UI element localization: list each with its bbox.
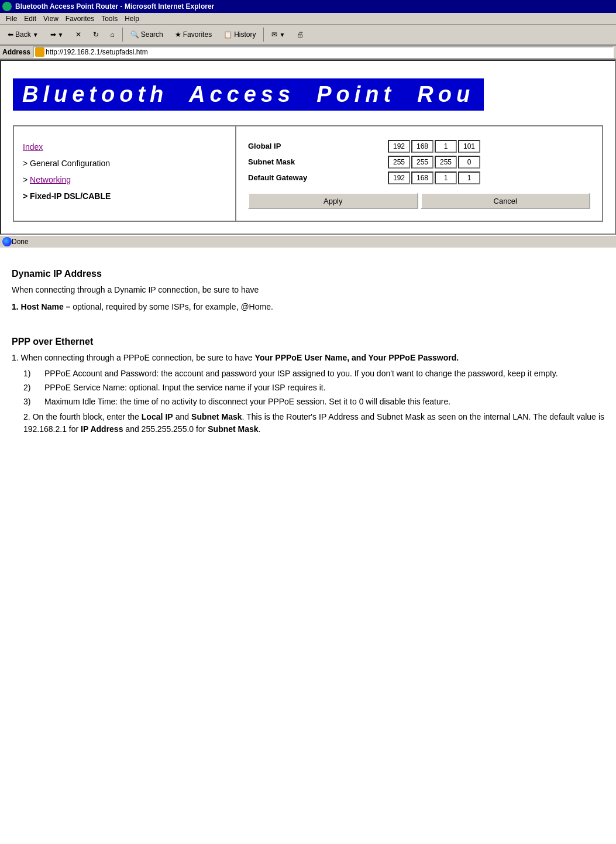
default-gw-2[interactable] xyxy=(411,171,433,184)
title-text: Bluetooth Access Point Router - Microsof… xyxy=(15,2,214,11)
pppoe-item2: 2) PPPoE Service Name: optional. Input t… xyxy=(23,383,604,392)
print-button[interactable]: 🖨 xyxy=(291,26,309,43)
browser-viewport: Bluetooth Access Point Rou Index > Gener… xyxy=(0,60,616,235)
mail-dropdown-icon[interactable]: ▼ xyxy=(279,32,285,38)
nav-networking[interactable]: > Networking xyxy=(23,175,226,184)
home-icon: ⌂ xyxy=(111,30,115,39)
subnet-mask-fields xyxy=(388,154,590,170)
config-table: Global IP Subnet Mask xyxy=(248,138,590,209)
nav-index[interactable]: Index xyxy=(23,142,226,152)
default-gw-3[interactable] xyxy=(435,171,457,184)
menu-bar: File Edit View Favorites Tools Help xyxy=(0,13,616,25)
address-input-container[interactable]: http://192.168.2.1/setupfadsl.htm xyxy=(33,46,614,58)
cancel-button[interactable]: Cancel xyxy=(421,193,591,209)
section2-item2-end: . xyxy=(259,424,261,434)
left-panel: Index > General Configuration > Networki… xyxy=(14,126,236,221)
section2-para1-bold: Your PPPoE User Name, and Your PPPoE Pas… xyxy=(255,353,459,362)
section2-para1-prefix: 1. When connecting through a PPPoE conne… xyxy=(12,353,255,362)
item2-num: 2) xyxy=(23,383,37,392)
app-icon xyxy=(2,2,12,11)
status-ie-icon xyxy=(2,237,12,246)
forward-dropdown-icon[interactable]: ▼ xyxy=(58,32,64,38)
search-icon: 🔍 xyxy=(130,30,139,39)
global-ip-4[interactable] xyxy=(458,140,480,153)
back-icon: ⬅ xyxy=(8,30,13,39)
section1-item1-text: optional, required by some ISPs, for exa… xyxy=(73,302,273,311)
subnet-mask-1[interactable] xyxy=(388,156,410,169)
address-bar: Address http://192.168.2.1/setupfadsl.ht… xyxy=(0,46,616,60)
section1-title: Dynamic IP Address xyxy=(12,269,604,279)
section2-item2-bold4: Subnet Mask xyxy=(208,424,258,434)
menu-edit[interactable]: Edit xyxy=(20,13,40,24)
right-panel: Global IP Subnet Mask xyxy=(236,126,602,221)
menu-favorites[interactable]: Favorites xyxy=(62,13,98,24)
section2-item2-bold3: IP Address xyxy=(81,424,123,434)
address-url: http://192.168.2.1/setupfadsl.htm xyxy=(46,48,148,56)
favorites-button[interactable]: ★ Favorites xyxy=(170,26,217,43)
back-button[interactable]: ⬅ Back ▼ xyxy=(2,26,44,43)
page-icon xyxy=(35,47,44,57)
stop-button[interactable]: ✕ xyxy=(70,26,87,43)
back-dropdown-icon[interactable]: ▼ xyxy=(33,32,39,38)
global-ip-3[interactable] xyxy=(435,140,457,153)
default-gw-1[interactable] xyxy=(388,171,410,184)
section2-item2-bold2: Subnet Mask xyxy=(191,412,242,421)
subnet-mask-label: Subnet Mask xyxy=(248,154,388,170)
global-ip-label: Global IP xyxy=(248,138,388,154)
item3-num: 3) xyxy=(23,397,37,406)
document-content: Dynamic IP Address When connecting throu… xyxy=(0,248,616,452)
default-gw-4[interactable] xyxy=(458,171,480,184)
nav-general-config: > General Configuration xyxy=(23,159,226,168)
section2-item2-bold1: Local IP xyxy=(142,412,173,421)
favorites-icon: ★ xyxy=(175,30,181,39)
mail-button[interactable]: ✉ ▼ xyxy=(266,26,290,43)
subnet-mask-2[interactable] xyxy=(411,156,433,169)
global-ip-2[interactable] xyxy=(411,140,433,153)
item3-text: Maximum Idle Time: the time of no activi… xyxy=(44,397,450,406)
section2-item2-prefix: 2. On the fourth block, enter the xyxy=(23,412,142,421)
section1-item1: 1. Host Name – optional, required by som… xyxy=(12,301,604,313)
button-row: Apply Cancel xyxy=(248,186,590,209)
item2-text: PPPoE Service Name: optional. Input the … xyxy=(44,383,326,392)
section2-item2-mid: and xyxy=(173,412,191,421)
global-ip-fields xyxy=(388,138,590,154)
stop-icon: ✕ xyxy=(75,30,81,39)
pppoe-item1: 1) PPPoE Account and Password: the accou… xyxy=(23,369,604,378)
site-header-text: Bluetooth Access Point Rou xyxy=(13,82,484,107)
subnet-mask-4[interactable] xyxy=(458,156,480,169)
menu-tools[interactable]: Tools xyxy=(98,13,121,24)
index-link[interactable]: Index xyxy=(23,142,43,152)
section1-item1-bold: 1. Host Name – xyxy=(12,302,70,311)
home-button[interactable]: ⌂ xyxy=(105,26,120,43)
refresh-button[interactable]: ↻ xyxy=(88,26,104,43)
mail-icon: ✉ xyxy=(271,30,277,39)
section2-para1: 1. When connecting through a PPPoE conne… xyxy=(12,352,604,364)
subnet-mask-row: Subnet Mask xyxy=(248,154,590,170)
search-button[interactable]: 🔍 Search xyxy=(125,26,168,43)
menu-view[interactable]: View xyxy=(40,13,62,24)
nav-fixed-ip: > Fixed-IP DSL/CABLE xyxy=(23,191,226,201)
default-gw-label: Default Gateway xyxy=(248,170,388,186)
site-header: Bluetooth Access Point Rou xyxy=(13,73,603,116)
section2-title: PPP over Ethernet xyxy=(12,337,604,347)
frame-columns: Index > General Configuration > Networki… xyxy=(13,125,603,222)
networking-link[interactable]: Networking xyxy=(30,175,71,184)
subnet-mask-3[interactable] xyxy=(435,156,457,169)
history-icon: 📋 xyxy=(223,30,232,39)
forward-button[interactable]: ➡ ▼ xyxy=(45,26,69,43)
section2-item2-text2: and 255.255.255.0 for xyxy=(123,424,208,434)
section1-para1: When connecting through a Dynamic IP con… xyxy=(12,284,604,296)
item1-num: 1) xyxy=(23,369,37,378)
forward-icon: ➡ xyxy=(50,30,56,39)
history-button[interactable]: 📋 History xyxy=(218,26,261,43)
menu-help[interactable]: Help xyxy=(121,13,143,24)
menu-file[interactable]: File xyxy=(2,13,20,24)
status-bar: Done xyxy=(0,235,616,248)
address-label: Address xyxy=(2,48,30,56)
global-ip-row: Global IP xyxy=(248,138,590,154)
apply-button[interactable]: Apply xyxy=(248,193,418,209)
title-bar: Bluetooth Access Point Router - Microsof… xyxy=(0,0,616,13)
global-ip-1[interactable] xyxy=(388,140,410,153)
section2-item2: 2. On the fourth block, enter the Local … xyxy=(23,411,604,435)
pppoe-item3: 3) Maximum Idle Time: the time of no act… xyxy=(23,397,604,406)
